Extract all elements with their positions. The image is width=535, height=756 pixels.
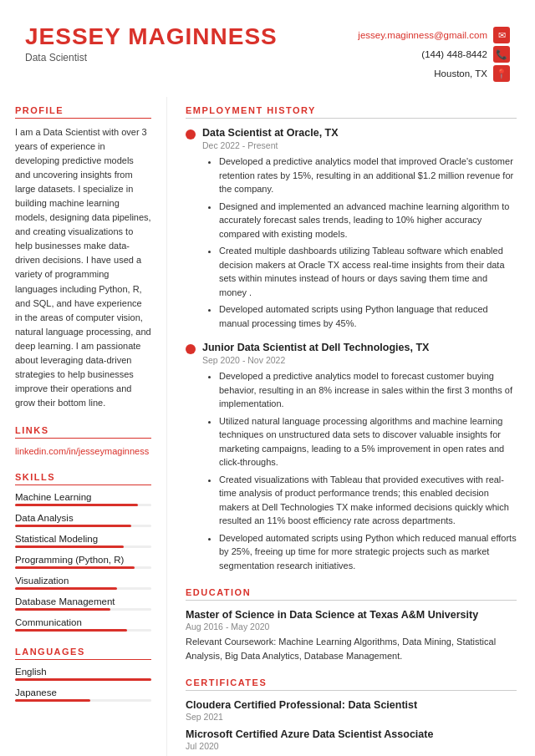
main-content: EMPLOYMENT HISTORY Data Scientist at Ora… [167,97,535,756]
skill-item: Programming (Python, R) [15,555,151,569]
skill-bar [15,566,151,569]
language-name: Japanese [15,688,151,698]
edu-dates: Aug 2016 - May 2020 [186,622,517,632]
job-bullet: Utilized natural language processing alg… [219,414,517,469]
certs-list: Cloudera Certified Professional: Data Sc… [186,699,517,751]
skill-bar [15,587,151,590]
job-bullet: Designed and implemented an advanced mac… [219,200,517,241]
cert-date: Jul 2020 [186,741,517,751]
skill-item: Statistical Modeling [15,534,151,548]
job-header: Junior Data Scientist at Dell Technologi… [186,342,517,354]
skill-item: Machine Learning [15,492,151,506]
email-contact: jessey.maginness@gmail.com ✉ [358,27,510,43]
skill-name: Data Analysis [15,513,151,523]
education-block: Master of Science in Data Science at Tex… [186,609,517,662]
certificates-section-title: CERTIFICATES [186,677,517,691]
skill-name: Statistical Modeling [15,534,151,544]
skill-bar [15,629,151,632]
education-section-title: EDUCATION [186,587,517,601]
language-name: English [15,667,151,677]
job-title: Data Scientist at Oracle, TX [202,127,339,139]
skill-item: Communication [15,617,151,632]
skill-name: Database Management [15,596,151,606]
language-bar [15,699,151,702]
sidebar: PROFILE I am a Data Scientist with over … [0,97,167,756]
employment-section-title: EMPLOYMENT HISTORY [186,105,517,119]
edu-coursework: Relevant Coursework: Machine Learning Al… [186,635,517,662]
linkedin-link-item: linkedin.com/in/jesseymaginness [15,445,151,457]
language-fill [15,678,151,681]
language-item: English [15,667,151,681]
location-contact: Houston, TX 📍 [358,65,510,82]
job-dates: Sep 2020 - Nov 2022 [202,355,517,365]
job-dot [186,129,196,140]
skill-fill [15,525,131,527]
job-bullet: Developed automated scripts using Python… [219,531,517,573]
location-icon: 📍 [493,65,510,82]
header-left: JESSEY MAGINNESS Data Scientist [25,23,278,63]
skill-name: Visualization [15,576,151,586]
linkedin-link[interactable]: linkedin.com/in/jesseymaginness [15,446,149,456]
skills-list: Machine Learning Data Analysis Statistic… [15,492,151,632]
header: JESSEY MAGINNESS Data Scientist jessey.m… [0,0,535,97]
job-bullets: Developed a predictive analytics model t… [209,369,517,572]
job-title: Junior Data Scientist at Dell Technologi… [202,342,429,353]
body: PROFILE I am a Data Scientist with over … [0,97,535,756]
resume-container: JESSEY MAGINNESS Data Scientist jessey.m… [0,0,535,756]
job-item: Junior Data Scientist at Dell Technologi… [186,342,517,572]
job-dot [186,344,196,354]
skill-fill [15,504,138,506]
skill-fill [15,608,110,611]
skill-name: Programming (Python, R) [15,555,151,565]
skill-bar [15,545,151,548]
skill-name: Communication [15,617,151,627]
jobs-list: Data Scientist at Oracle, TX Dec 2022 - … [186,127,517,572]
job-dates: Dec 2022 - Present [202,140,517,150]
skill-item: Database Management [15,596,151,611]
languages-section-title: LANGUAGES [15,647,151,660]
cert-item: Microsoft Certified Azure Data Scientist… [186,728,517,751]
candidate-title: Data Scientist [25,52,278,63]
cert-name: Cloudera Certified Professional: Data Sc… [186,699,517,711]
languages-list: English Japanese [15,667,151,702]
skill-bar [15,608,151,611]
job-bullets: Developed a predictive analytics model t… [209,155,517,330]
skill-fill [15,566,135,569]
email-link[interactable]: jessey.maginness@gmail.com [358,30,487,40]
phone-text: (144) 448-8442 [421,49,487,59]
job-bullet: Developed automated scripts using Python… [219,302,517,330]
profile-section-title: PROFILE [15,105,151,119]
skill-item: Visualization [15,576,151,590]
skills-section-title: SKILLS [15,472,151,485]
job-item: Data Scientist at Oracle, TX Dec 2022 - … [186,127,517,330]
skill-name: Machine Learning [15,492,151,502]
job-bullet: Developed a predictive analytics model t… [219,155,517,196]
skill-bar [15,504,151,506]
job-bullet: Developed a predictive analytics model t… [219,369,517,411]
job-bullet: Created multiple dashboards utilizing Ta… [219,244,517,299]
candidate-name: JESSEY MAGINNESS [25,23,278,50]
phone-icon: 📞 [493,46,510,63]
job-bullet: Created visualizations with Tableau that… [219,473,517,528]
edu-degree: Master of Science in Data Science at Tex… [186,609,517,621]
language-bar [15,678,151,681]
cert-date: Sep 2021 [186,712,517,722]
phone-contact: (144) 448-8442 📞 [358,46,510,63]
language-item: Japanese [15,688,151,702]
cert-item: Cloudera Certified Professional: Data Sc… [186,699,517,722]
job-header: Data Scientist at Oracle, TX [186,127,517,140]
skill-fill [15,545,124,548]
profile-text: I am a Data Scientist with over 3 years … [15,125,151,410]
header-right: jessey.maginness@gmail.com ✉ (144) 448-8… [358,27,510,82]
skill-fill [15,587,117,590]
email-icon: ✉ [493,27,510,43]
skill-fill [15,629,127,632]
skill-item: Data Analysis [15,513,151,527]
language-fill [15,699,90,702]
cert-name: Microsoft Certified Azure Data Scientist… [186,728,517,740]
links-section-title: LINKS [15,425,151,439]
location-text: Houston, TX [434,68,487,79]
skill-bar [15,525,151,527]
